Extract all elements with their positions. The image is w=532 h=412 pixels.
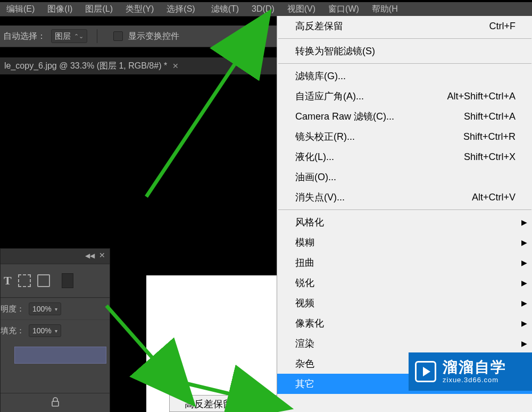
menu-item-label: Camera Raw 滤镜(C)... [295, 110, 394, 123]
layers-panel: ◀◀ ✕ T 明度： 100% ▾ 填充： 100% ▾ [0, 248, 110, 412]
menu-item-label: 锐化 [295, 276, 314, 289]
menu-item-filter-gallery[interactable]: 滤镜库(G)... [277, 66, 532, 86]
menu-item-label: 自适应广角(A)... [295, 90, 364, 103]
menu-separator [278, 38, 531, 39]
menu-item-label: 杂色 [295, 357, 314, 370]
submenu-arrow-icon: ▶ [521, 319, 527, 327]
menu-item-sharpen[interactable]: 锐化 ▶ [277, 273, 532, 293]
submenu-item-label: 高反差保留... [185, 398, 240, 410]
menu-item-label: 消失点(V)... [295, 191, 345, 204]
menu-item-label: 视频 [295, 297, 314, 309]
auto-select-value: 图层 [55, 31, 71, 41]
document-tab[interactable]: le_copy_6.jpg @ 33.3% (图层 1, RGB/8#) * ✕ [0, 58, 183, 74]
menu-item-label: 扭曲 [295, 256, 314, 269]
opacity-row: 明度： 100% ▾ [1, 298, 110, 319]
menu-item-render[interactable]: 渲染 ▶ [277, 333, 532, 354]
watermark-title: 溜溜自学 [443, 359, 506, 376]
swatch-icon[interactable] [62, 273, 73, 288]
menu-item-vanishing-point[interactable]: 消失点(V)... Alt+Ctrl+V [277, 187, 532, 207]
bounds-filter-icon[interactable] [18, 274, 31, 287]
menu-item-last-filter[interactable]: 高反差保留 Ctrl+F [277, 16, 532, 36]
menu-item-label: 模糊 [295, 236, 314, 249]
fill-row: 填充： 100% ▾ [1, 319, 110, 341]
menu-item-adaptive-wide[interactable]: 自适应广角(A)... Alt+Shift+Ctrl+A [277, 86, 532, 106]
menu-item-shortcut: Alt+Shift+Ctrl+A [447, 91, 516, 102]
chevrons-icon: ⌃⌄ [74, 33, 84, 40]
panel-footer [1, 393, 110, 412]
panel-collapse-icon[interactable]: ◀◀ [85, 252, 95, 259]
menu-filter[interactable]: 滤镜(T) [205, 2, 245, 16]
watermark-play-icon [415, 361, 436, 382]
watermark-badge: 溜溜自学 zixue.3d66.com [409, 352, 532, 391]
menu-item-label: 其它 [295, 377, 314, 390]
layer-item[interactable] [14, 347, 106, 364]
menu-view[interactable]: 视图(V) [281, 2, 322, 16]
menu-item-shortcut: Shift+Ctrl+R [463, 131, 516, 142]
menu-item-smart-filter[interactable]: 转换为智能滤镜(S) [277, 41, 532, 61]
panel-close-icon[interactable]: ✕ [99, 251, 105, 259]
menu-item-label: 高反差保留 [295, 20, 343, 32]
menu-item-distort[interactable]: 扭曲 ▶ [277, 253, 532, 273]
app-menubar: 编辑(E) 图像(I) 图层(L) 类型(Y) 选择(S) 滤镜(T) 3D(D… [0, 2, 532, 16]
menu-item-shortcut: Alt+Ctrl+V [472, 192, 516, 203]
smartobj-filter-icon[interactable] [37, 274, 50, 287]
menu-select[interactable]: 选择(S) [160, 2, 201, 16]
submenu-arrow-icon: ▶ [521, 258, 527, 267]
separator [97, 29, 97, 43]
menu-window[interactable]: 窗口(W) [322, 2, 365, 16]
canvas-document[interactable] [146, 275, 284, 412]
document-title: le_copy_6.jpg @ 33.3% (图层 1, RGB/8#) * [4, 61, 167, 72]
menu-item-label: 镜头校正(R)... [295, 130, 355, 143]
fill-value: 100% [32, 326, 52, 335]
auto-select-dropdown[interactable]: 图层 ⌃⌄ [51, 29, 87, 43]
menu-separator [278, 63, 531, 64]
show-transform-label: 显示变换控件 [128, 31, 179, 42]
menu-item-oil-paint[interactable]: 油画(O)... [277, 167, 532, 187]
menu-item-label: 像素化 [295, 317, 324, 330]
caret-down-icon: ▾ [55, 306, 57, 312]
menu-layer[interactable]: 图层(L) [79, 2, 119, 16]
menu-item-shortcut: Shift+Ctrl+X [464, 152, 516, 163]
menu-item-pixelate[interactable]: 像素化 ▶ [277, 313, 532, 333]
submenu-arrow-icon: ▶ [521, 279, 527, 287]
menu-item-video[interactable]: 视频 ▶ [277, 293, 532, 313]
submenu-high-pass[interactable]: 高反差保留... [169, 395, 285, 412]
menu-item-lens-correction[interactable]: 镜头校正(R)... Shift+Ctrl+R [277, 127, 532, 147]
submenu-arrow-icon: ▶ [521, 218, 527, 226]
submenu-arrow-icon: ▶ [521, 238, 527, 247]
menu-separator [278, 209, 531, 210]
caret-down-icon: ▾ [55, 328, 57, 334]
menu-type[interactable]: 类型(Y) [119, 2, 160, 16]
fill-label: 填充： [1, 326, 24, 336]
menu-item-label: 转换为智能滤镜(S) [295, 45, 375, 57]
menu-item-label: 风格化 [295, 216, 324, 229]
menu-item-liquify[interactable]: 液化(L)... Shift+Ctrl+X [277, 147, 532, 167]
menu-item-shortcut: Ctrl+F [489, 21, 516, 32]
menu-item-label: 液化(L)... [295, 150, 334, 163]
menu-item-shortcut: Shift+Ctrl+A [464, 111, 516, 122]
panel-filter-row: T [1, 264, 110, 298]
type-filter-icon[interactable]: T [4, 274, 12, 288]
menu-item-stylize[interactable]: 风格化 ▶ [277, 212, 532, 232]
auto-select-label: 自动选择： [3, 31, 46, 42]
lock-icon[interactable] [51, 397, 60, 409]
menu-item-blur[interactable]: 模糊 ▶ [277, 232, 532, 253]
menu-image[interactable]: 图像(I) [41, 2, 79, 16]
watermark-url: zixue.3d66.com [443, 376, 506, 384]
menu-item-label: 滤镜库(G)... [295, 70, 346, 82]
submenu-arrow-icon: ▶ [521, 339, 527, 348]
close-tab-icon[interactable]: ✕ [172, 62, 179, 70]
opacity-value: 100% [32, 305, 52, 313]
menu-item-camera-raw[interactable]: Camera Raw 滤镜(C)... Shift+Ctrl+A [277, 106, 532, 127]
menu-3d[interactable]: 3D(D) [245, 3, 281, 15]
submenu-arrow-icon: ▶ [521, 299, 527, 307]
opacity-field[interactable]: 100% ▾ [29, 302, 61, 315]
menu-item-label: 渲染 [295, 337, 314, 350]
show-transform-checkbox[interactable] [113, 31, 123, 41]
menu-item-label: 油画(O)... [295, 171, 336, 183]
fill-field[interactable]: 100% ▾ [29, 324, 61, 337]
panel-header: ◀◀ ✕ [1, 249, 110, 264]
menu-edit[interactable]: 编辑(E) [0, 2, 41, 16]
menu-help[interactable]: 帮助(H [365, 2, 404, 16]
opacity-label: 明度： [1, 304, 24, 314]
